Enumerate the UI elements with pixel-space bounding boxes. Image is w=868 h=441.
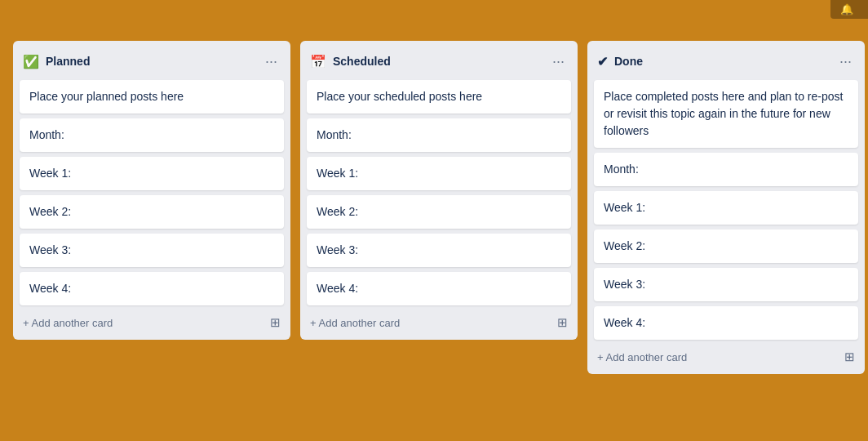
board: ✅Planned···Place your planned posts here… bbox=[0, 0, 868, 387]
card-scheduled-4[interactable]: Week 3: bbox=[307, 234, 571, 267]
card-done-0[interactable]: Place completed posts here and plan to r… bbox=[594, 80, 858, 148]
add-card-footer-planned: + Add another card⊞ bbox=[20, 310, 284, 332]
top-bar: 🔔 bbox=[830, 0, 868, 19]
column-planned: ✅Planned···Place your planned posts here… bbox=[13, 41, 290, 340]
card-done-2[interactable]: Week 1: bbox=[594, 191, 858, 225]
card-scheduled-0[interactable]: Place your scheduled posts here bbox=[307, 80, 571, 114]
column-header-done: ✔Done··· bbox=[594, 49, 858, 75]
column-title-scheduled: Scheduled bbox=[333, 55, 391, 68]
column-menu-done[interactable]: ··· bbox=[836, 52, 855, 70]
card-scheduled-5[interactable]: Week 4: bbox=[307, 272, 571, 305]
column-title-area-done: ✔Done bbox=[597, 54, 643, 69]
column-menu-scheduled[interactable]: ··· bbox=[549, 52, 568, 70]
column-done: ✔Done···Place completed posts here and p… bbox=[587, 41, 865, 374]
column-menu-planned[interactable]: ··· bbox=[262, 52, 281, 70]
template-icon-scheduled[interactable]: ⊞ bbox=[557, 315, 568, 330]
card-done-3[interactable]: Week 2: bbox=[594, 229, 858, 263]
add-card-button-done[interactable]: + Add another card bbox=[597, 351, 687, 363]
column-header-planned: ✅Planned··· bbox=[20, 49, 284, 75]
card-planned-0[interactable]: Place your planned posts here bbox=[20, 80, 284, 114]
column-icon-planned: ✅ bbox=[23, 54, 39, 69]
card-done-1[interactable]: Month: bbox=[594, 153, 858, 186]
card-planned-1[interactable]: Month: bbox=[20, 118, 284, 152]
card-scheduled-1[interactable]: Month: bbox=[307, 118, 571, 152]
add-card-button-scheduled[interactable]: + Add another card bbox=[310, 317, 400, 329]
column-title-planned: Planned bbox=[46, 55, 90, 68]
add-card-button-planned[interactable]: + Add another card bbox=[23, 317, 113, 329]
card-scheduled-3[interactable]: Week 2: bbox=[307, 195, 571, 229]
column-title-area-planned: ✅Planned bbox=[23, 54, 90, 69]
column-title-area-scheduled: 📅Scheduled bbox=[310, 54, 391, 69]
column-scheduled: 📅Scheduled···Place your scheduled posts … bbox=[300, 41, 578, 340]
template-icon-done[interactable]: ⊞ bbox=[844, 350, 855, 364]
add-card-footer-done: + Add another card⊞ bbox=[594, 345, 858, 366]
card-done-5[interactable]: Week 4: bbox=[594, 306, 858, 340]
column-icon-scheduled: 📅 bbox=[310, 54, 326, 69]
card-planned-3[interactable]: Week 2: bbox=[20, 195, 284, 229]
column-header-scheduled: 📅Scheduled··· bbox=[307, 49, 571, 75]
card-planned-4[interactable]: Week 3: bbox=[20, 234, 284, 267]
card-done-4[interactable]: Week 3: bbox=[594, 268, 858, 301]
template-icon-planned[interactable]: ⊞ bbox=[270, 315, 281, 330]
card-scheduled-2[interactable]: Week 1: bbox=[307, 157, 571, 190]
column-icon-done: ✔ bbox=[597, 54, 608, 69]
add-card-footer-scheduled: + Add another card⊞ bbox=[307, 310, 571, 332]
column-title-done: Done bbox=[614, 55, 643, 68]
top-bar-icon: 🔔 bbox=[840, 3, 853, 16]
card-planned-5[interactable]: Week 4: bbox=[20, 272, 284, 305]
card-planned-2[interactable]: Week 1: bbox=[20, 157, 284, 190]
